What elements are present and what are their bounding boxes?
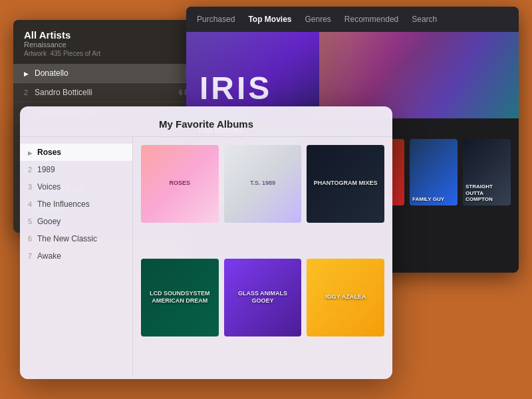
artist-num: ▶ xyxy=(24,69,35,77)
album-list-item[interactable]: 5 Gooey xyxy=(20,213,132,230)
album-name: The New Classic xyxy=(37,234,97,243)
album-name: Gooey xyxy=(37,217,61,226)
album-list-item[interactable]: 3 Voices xyxy=(20,178,132,196)
albums-header: My Favorite Albums xyxy=(20,106,392,137)
album-art-label: T.S. 1989 xyxy=(224,145,302,223)
artists-subtitle: Renaissance xyxy=(24,41,189,49)
albums-list: ▶ Roses 2 1989 3 Voices 4 The Influences… xyxy=(20,137,133,375)
artists-header: All Artists Renaissance Artwork 435 Piec… xyxy=(13,20,200,64)
album-num: 6 xyxy=(28,235,37,243)
album-art[interactable]: ROSES xyxy=(141,145,219,223)
album-num: 4 xyxy=(28,200,37,208)
album-art[interactable]: PHANTOGRAM MIXES xyxy=(307,145,384,223)
artist-item[interactable]: ▶ Donatello 3 xyxy=(13,64,200,83)
poster-label: FAMILY GUY xyxy=(412,196,455,203)
artwork-count: Artwork 435 Pieces of Art xyxy=(24,50,189,57)
album-num: ▶ xyxy=(28,148,37,156)
movies-hero: IRIS xyxy=(186,32,519,118)
poster-label: STRAIGHT OUTTA COMPTON xyxy=(466,184,508,203)
album-name: The Influences xyxy=(37,200,90,209)
artist-name: Donatello xyxy=(35,68,185,78)
nav-item-search[interactable]: Search xyxy=(412,12,437,27)
album-art-label: PHANTOGRAM MIXES xyxy=(307,145,384,223)
artist-num: 2 xyxy=(24,88,35,96)
album-art[interactable]: GLASS ANIMALS GOOEY xyxy=(224,259,302,336)
album-num: 7 xyxy=(28,252,37,260)
movie-poster[interactable]: FAMILY GUY xyxy=(410,139,458,205)
album-art[interactable]: IGGY AZALEA xyxy=(307,259,384,336)
album-art[interactable]: T.S. 1989 xyxy=(224,145,302,223)
hero-text: IRIS xyxy=(200,70,272,106)
album-art-label: LCD SOUNDSYSTEM AMERICAN DREAM xyxy=(141,259,219,336)
album-list-item[interactable]: 2 1989 xyxy=(20,161,132,178)
album-name: Voices xyxy=(37,182,61,192)
panel-albums: My Favorite Albums ▶ Roses 2 1989 3 Voic… xyxy=(20,106,392,379)
artist-item[interactable]: 2 Sandro Botticelli 6 P xyxy=(13,83,200,102)
artist-name: Sandro Botticelli xyxy=(35,88,179,97)
album-list-item[interactable]: 7 Awake xyxy=(20,247,132,265)
nav-item-top-movies[interactable]: Top Movies xyxy=(248,12,291,27)
movies-nav: PurchasedTop MoviesGenresRecommendedSear… xyxy=(186,7,519,32)
album-art-label: IGGY AZALEA xyxy=(307,259,384,336)
album-name: Awake xyxy=(37,251,61,261)
album-art[interactable]: LCD SOUNDSYSTEM AMERICAN DREAM xyxy=(141,259,219,336)
album-num: 5 xyxy=(28,217,37,225)
poster-bg xyxy=(410,139,458,205)
album-list-item[interactable]: ▶ Roses xyxy=(20,144,132,161)
album-list-item[interactable]: 6 The New Classic xyxy=(20,230,132,247)
albums-grid: ROSEST.S. 1989PHANTOGRAM MIXESLCD SOUNDS… xyxy=(133,137,392,375)
nav-item-genres[interactable]: Genres xyxy=(305,12,331,27)
nav-item-purchased[interactable]: Purchased xyxy=(197,12,235,27)
nav-item-recommended[interactable]: Recommended xyxy=(344,12,398,27)
album-name: 1989 xyxy=(37,165,55,174)
album-art-label: GLASS ANIMALS GOOEY xyxy=(224,259,302,336)
album-art-label: ROSES xyxy=(141,145,219,223)
artists-title: All Artists xyxy=(24,29,189,41)
movie-poster[interactable]: STRAIGHT OUTTA COMPTON xyxy=(463,139,511,205)
album-list-item[interactable]: 4 The Influences xyxy=(20,196,132,213)
album-name: Roses xyxy=(37,148,61,157)
albums-body: ▶ Roses 2 1989 3 Voices 4 The Influences… xyxy=(20,137,392,375)
album-num: 3 xyxy=(28,183,37,191)
album-num: 2 xyxy=(28,166,37,174)
